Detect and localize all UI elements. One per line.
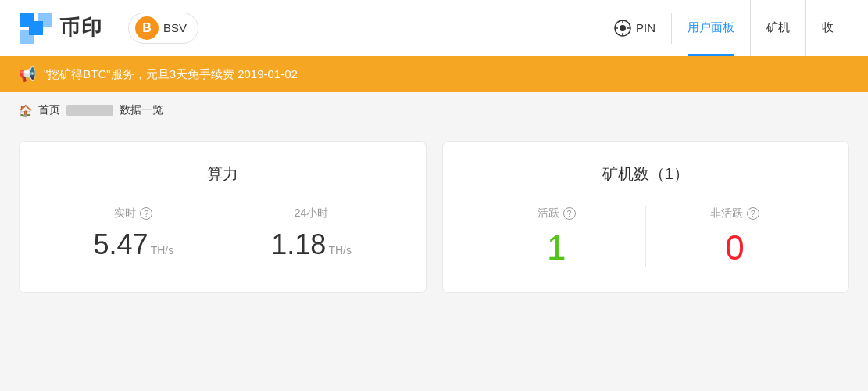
active-help-icon[interactable]: ?: [563, 207, 576, 220]
banner-text: "挖矿得BTC"服务，元旦3天免手续费 2019-01-02: [44, 67, 298, 82]
active-miners-label: 活跃 ?: [538, 206, 576, 221]
nav-item-miners[interactable]: 矿机: [751, 0, 806, 56]
miners-grid: 活跃 ? 1 非活跃 ? 0: [468, 206, 824, 267]
bsv-label: BSV: [163, 21, 187, 34]
hashrate-realtime-value: 5.47TH/s: [94, 228, 174, 261]
hashrate-24h: 24小时 1.18TH/s: [223, 206, 401, 261]
inactive-miners-label: 非活跃 ?: [710, 206, 759, 221]
hashrate-grid: 实时 ? 5.47TH/s 24小时 1.18TH/s: [45, 206, 401, 261]
nav-pin[interactable]: PIN: [598, 13, 672, 44]
miners-card: 矿机数（1） 活跃 ? 1 非活跃 ? 0: [442, 141, 850, 293]
hashrate-24h-label: 24小时: [295, 206, 329, 221]
main-content: 算力 实时 ? 5.47TH/s 24小时 1.18TH/s: [0, 128, 868, 312]
bsv-icon: B: [135, 16, 159, 40]
hashrate-24h-value: 1.18TH/s: [271, 228, 352, 261]
logo-icon: [19, 11, 53, 45]
miners-card-title: 矿机数（1）: [468, 163, 824, 185]
speaker-icon: 📢: [19, 66, 36, 83]
svg-rect-3: [29, 21, 43, 35]
nav-item-dashboard[interactable]: 用户面板: [672, 0, 751, 56]
inactive-miners: 非活跃 ? 0: [646, 206, 823, 267]
home-icon: 🏠: [19, 104, 32, 117]
breadcrumb-blur: [66, 105, 113, 116]
inactive-help-icon[interactable]: ?: [747, 207, 759, 220]
hashrate-card-title: 算力: [45, 163, 401, 185]
realtime-help-icon[interactable]: ?: [140, 207, 152, 220]
svg-point-5: [620, 25, 626, 31]
hashrate-realtime: 实时 ? 5.47TH/s: [45, 206, 223, 261]
inactive-miners-value: 0: [725, 228, 744, 267]
bsv-badge[interactable]: B BSV: [128, 13, 198, 44]
nav: PIN 用户面板 矿机 收: [598, 0, 849, 56]
active-miners: 活跃 ? 1: [468, 206, 646, 267]
logo: 币印: [19, 11, 103, 45]
breadcrumb: 🏠 首页 数据一览: [0, 92, 868, 128]
hashrate-realtime-label: 实时 ?: [114, 206, 152, 221]
pin-icon: [614, 20, 631, 37]
hashrate-card: 算力 实时 ? 5.47TH/s 24小时 1.18TH/s: [19, 141, 427, 293]
pin-label: PIN: [636, 21, 655, 34]
active-miners-value: 1: [547, 228, 566, 267]
breadcrumb-home: 首页: [38, 103, 60, 117]
nav-item-more[interactable]: 收: [806, 0, 849, 56]
banner: 📢 "挖矿得BTC"服务，元旦3天免手续费 2019-01-02: [0, 56, 868, 92]
breadcrumb-current: 数据一览: [120, 103, 163, 117]
header: 币印 B BSV PIN 用户面板 矿机 收: [0, 0, 868, 56]
logo-text: 币印: [59, 14, 103, 41]
